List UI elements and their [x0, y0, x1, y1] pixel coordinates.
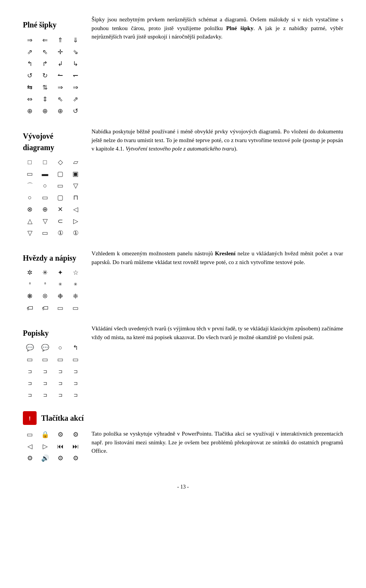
icon-arrow-rh: ↽ — [69, 70, 82, 81]
para-plne-sipky: Šipky jsou nezbytným prvkem nerůznějších… — [92, 15, 343, 41]
icon-rect6: ▣ — [69, 169, 82, 179]
icon-banner1: 🏷 — [23, 303, 37, 314]
icon-cw: ↻ — [38, 70, 52, 81]
icon-times: ✕ — [53, 204, 67, 215]
action-button-svg: ! — [24, 413, 35, 423]
icon-callout1: 💬 — [23, 343, 37, 353]
icon-arrow-nw: ⇖ — [38, 47, 52, 58]
icon-ta-rect: ▭ — [23, 429, 37, 440]
icon-callout20: ⊐ — [69, 390, 82, 401]
text-popisky: Vkládání všech uvedených tvarů (s výjimk… — [92, 324, 343, 341]
icon-tri-d: ▽ — [69, 181, 82, 191]
tlacitka-heading-row: ! Tlačítka akcí — [23, 411, 343, 425]
icon-arrow-se: ⇘ — [69, 47, 82, 58]
icon-ud2: ⇕ — [38, 94, 52, 105]
icon-callout19: ⊐ — [53, 390, 67, 401]
icon-grid-popisky: 💬 💬 ○ ↰ ▭ ▭ ▭ ▭ ⊐ ⊐ ⊐ ⊐ ⊐ ⊐ ⊐ ⊐ ⊐ — [23, 343, 84, 401]
icon-loop: ↺ — [69, 106, 82, 117]
icon-callout4: ↰ — [69, 343, 82, 353]
icon-callout8: ▭ — [69, 354, 82, 365]
heading-plne-sipky: Plné šipky — [23, 19, 84, 30]
icon-callout18: ⊐ — [38, 390, 52, 401]
icon-plus2: ⊕ — [38, 106, 52, 117]
icon-oval: ○ — [38, 181, 52, 191]
icon-tri-d3: ▽ — [23, 228, 37, 239]
icon-callout15: ⊐ — [53, 378, 67, 389]
icon-arrow-lh: ↼ — [53, 70, 67, 81]
section-vyvojove-diagramy: Vývojové diagramy □ □ ◇ ▱ ▭ ▬ ▢ ▣ ⌒ ○ ▭ … — [23, 127, 343, 239]
icon-diag1: ⇖ — [53, 94, 67, 105]
icon-star4: ☆ — [69, 268, 82, 278]
section-plne-sipky: Plné šipky ⇒ ⇐ ⇑ ⇓ ⇗ ⇖ ✛ ⇘ ↰ ↱ ↲ ↳ ↺ ↻ — [23, 15, 343, 117]
section-hvezdy: Hvězdy a nápisy ✲ ✳ ✦ ☆ ⁸ ⁸ ✳ ✳ ❋ ❊ ❉ ❈ … — [23, 249, 343, 314]
icon-grid-tlacitka: ▭ 🔒 ⚙ ⚙ ◁ ▷ ⏮ ⏭ ⚙ 🔊 ⚙ ⚙ — [23, 429, 84, 464]
para-tlacitka: Tato položka se vyskytuje výhradně v Pow… — [92, 429, 343, 455]
icon-ta-movie: ⚙ — [23, 453, 37, 464]
icon-callout13: ⊐ — [23, 378, 37, 389]
icon-grid-vyvojove: □ □ ◇ ▱ ▭ ▬ ▢ ▣ ⌒ ○ ▭ ▽ ○ ▭ ▢ ⊓ ⊗ — [23, 157, 84, 239]
text-hvezdy-bold: Kreslení — [215, 250, 236, 256]
icon-diamond: ◇ — [53, 157, 67, 168]
icon-circ4: ① — [69, 228, 82, 239]
para-popisky: Vkládání všech uvedených tvarů (s výjimk… — [92, 324, 343, 341]
icon-ccw: ↺ — [23, 70, 37, 81]
icon-callout6: ▭ — [38, 354, 52, 365]
icon-rect8: ▭ — [38, 192, 52, 203]
icon-star10: ❊ — [38, 291, 52, 302]
icon-callout9: ⊐ — [23, 366, 37, 377]
svg-text:!: ! — [29, 415, 31, 421]
icon-star7: ✳ — [53, 279, 67, 290]
icon-curve-tl: ↰ — [23, 59, 37, 69]
icon-circ2: ○ — [23, 192, 37, 203]
icon-ta-help: ⚙ — [53, 453, 67, 464]
icon-rect10: ▭ — [38, 228, 52, 239]
icon-plus1: ⊕ — [23, 106, 37, 117]
para-hvezdy: Vzhledem k omezeným možnostem panelu nás… — [92, 249, 343, 266]
tlacitka-red-icon: ! — [23, 411, 37, 425]
icon-curve-br: ↳ — [69, 59, 82, 69]
icon-arrow-d1: ⇓ — [69, 35, 82, 46]
icon-arc: ⌒ — [23, 181, 37, 191]
icon-r3: ⇒ — [69, 82, 82, 93]
icon-ta-sound: 🔊 — [38, 453, 52, 464]
para-vyvojove: Nabídka poskytuje běžně používané i méně… — [92, 127, 343, 153]
icon-callout3: ○ — [53, 343, 67, 353]
icon-circ3: ① — [53, 228, 67, 239]
icon-curve-tr: ↱ — [38, 59, 52, 69]
icon-grid-plne-sipky: ⇒ ⇐ ⇑ ⇓ ⇗ ⇖ ✛ ⇘ ↰ ↱ ↲ ↳ ↺ ↻ ↼ ↽ ⇆ — [23, 35, 84, 117]
icon-cross: ✛ — [53, 47, 67, 58]
icon-ta-prev: ◁ — [23, 441, 37, 452]
text-tlacitka: Tato položka se vyskytuje výhradně v Pow… — [92, 429, 343, 455]
icon-rect7: ▭ — [53, 181, 67, 191]
icon-callout12: ⊐ — [69, 366, 82, 377]
icon-arrow-ne: ⇗ — [23, 47, 37, 58]
icon-ta-gear: ⚙ — [53, 429, 67, 440]
heading-hvezdy: Hvězdy a nápisy — [23, 252, 84, 264]
icon-callout10: ⊐ — [38, 366, 52, 377]
text-plne-sipky: Šipky jsou nezbytným prvkem nerůznějších… — [92, 15, 343, 41]
icon-callout5: ▭ — [23, 354, 37, 365]
section-popisky: Popisky 💬 💬 ○ ↰ ▭ ▭ ▭ ▭ ⊐ ⊐ ⊐ ⊐ ⊐ ⊐ — [23, 324, 343, 401]
icon-lr: ⇆ — [23, 82, 37, 93]
icon-arrow-l1: ⇐ — [38, 35, 52, 46]
icon-ta-last: ⏭ — [69, 441, 82, 452]
tlacitka-content: ▭ 🔒 ⚙ ⚙ ◁ ▷ ⏮ ⏭ ⚙ 🔊 ⚙ ⚙ Tato položka se … — [23, 429, 343, 464]
section-tlacitka: ! Tlačítka akcí ▭ 🔒 ⚙ ⚙ ◁ ▷ ⏮ ⏭ ⚙ 🔊 ⚙ ⚙ — [23, 411, 343, 464]
icon-callout7: ▭ — [53, 354, 67, 365]
icon-callout16: ⊐ — [69, 378, 82, 389]
icon-star1: ✲ — [23, 268, 37, 278]
text-plne-sipky-bold: Plné šipky — [226, 25, 254, 31]
icon-parallelogram: ▱ — [69, 157, 82, 168]
heading-tlacitka: Tlačítka akcí — [41, 412, 84, 424]
icon-star9: ❋ — [23, 291, 37, 302]
icon-bracket: ⊓ — [69, 192, 82, 203]
heading-vyvojove: Vývojové diagramy — [23, 130, 84, 153]
icon-callout17: ⊐ — [23, 390, 37, 401]
text-vyvojove-italic: Vytvoření textového pole z automatického… — [126, 146, 234, 152]
icon-star12: ❈ — [69, 291, 82, 302]
icon-ta-gear2: ⚙ — [69, 429, 82, 440]
icon-star8: ✳ — [69, 279, 82, 290]
icon-ta-info: ⚙ — [69, 453, 82, 464]
icons-vyvojove: Vývojové diagramy □ □ ◇ ▱ ▭ ▬ ▢ ▣ ⌒ ○ ▭ … — [23, 127, 84, 239]
icon-ta-next: ▷ — [38, 441, 52, 452]
